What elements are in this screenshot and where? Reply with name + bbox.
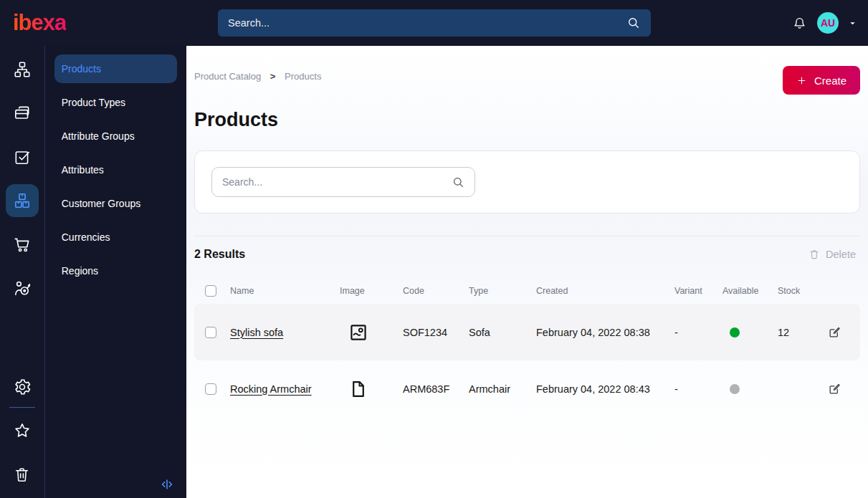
edit-icon[interactable] bbox=[828, 325, 841, 339]
column-header-variant: Variant bbox=[674, 286, 722, 296]
filter-card bbox=[194, 150, 860, 214]
tasks-icon[interactable] bbox=[6, 140, 39, 173]
table-header-row: Name Image Code Type Created Variant Ava… bbox=[194, 278, 860, 304]
sidebar-item-label: Regions bbox=[62, 265, 98, 277]
plus-icon bbox=[796, 75, 807, 86]
trash-icon[interactable] bbox=[6, 458, 39, 491]
notifications-bell-icon[interactable] bbox=[792, 16, 807, 31]
select-row-checkbox[interactable] bbox=[205, 383, 216, 395]
product-type: Armchair bbox=[469, 383, 536, 395]
column-header-stock: Stock bbox=[778, 286, 828, 296]
product-created: February 04, 2022 08:43 bbox=[536, 383, 674, 395]
product-catalog-icon[interactable] bbox=[6, 184, 39, 217]
file-icon bbox=[340, 379, 403, 399]
edit-icon[interactable] bbox=[828, 382, 841, 396]
sidebar-item-product-types[interactable]: Product Types bbox=[54, 88, 177, 117]
global-search[interactable] bbox=[218, 9, 651, 37]
image-icon bbox=[340, 322, 403, 343]
sidebar-item-label: Products bbox=[62, 63, 101, 75]
avatar[interactable]: AU bbox=[817, 12, 839, 34]
column-header-code: Code bbox=[403, 286, 469, 296]
available-status-dot bbox=[730, 327, 740, 337]
trash-icon bbox=[809, 249, 820, 260]
column-header-available: Available bbox=[722, 286, 778, 296]
global-search-input[interactable] bbox=[218, 17, 626, 29]
divider bbox=[9, 407, 35, 408]
sidebar-item-label: Attribute Groups bbox=[62, 130, 135, 142]
select-row-checkbox[interactable] bbox=[205, 327, 216, 338]
column-header-name: Name bbox=[230, 286, 340, 296]
sidebar-item-currencies[interactable]: Currencies bbox=[54, 223, 177, 252]
content-tree-icon[interactable] bbox=[6, 53, 39, 86]
product-code: ARM683F bbox=[403, 383, 469, 395]
product-name-link[interactable]: Stylish sofa bbox=[230, 327, 340, 338]
delete-button-label: Delete bbox=[826, 249, 856, 260]
sidebar-item-products[interactable]: Products bbox=[54, 54, 177, 83]
product-stock: 12 bbox=[778, 327, 828, 338]
breadcrumb: Product Catalog > Products bbox=[194, 71, 321, 82]
sidebar-item-attributes[interactable]: Attributes bbox=[54, 155, 177, 184]
settings-gear-icon[interactable] bbox=[6, 370, 39, 403]
table-row: Rocking Armchair ARM683F Armchair Februa… bbox=[194, 360, 860, 417]
delete-button[interactable]: Delete bbox=[804, 248, 860, 261]
topbar-right: AU bbox=[792, 0, 857, 46]
select-all-checkbox[interactable] bbox=[205, 285, 216, 297]
chevron-down-icon[interactable] bbox=[849, 19, 857, 27]
breadcrumb-item-products[interactable]: Products bbox=[285, 71, 321, 82]
column-header-image: Image bbox=[340, 286, 403, 296]
column-header-type: Type bbox=[469, 286, 536, 296]
sidebar-item-attribute-groups[interactable]: Attribute Groups bbox=[54, 122, 177, 150]
main-content: Product Catalog > Products Create Produc… bbox=[186, 46, 868, 498]
filter-search-input[interactable] bbox=[212, 176, 452, 188]
product-code: SOF1234 bbox=[403, 327, 469, 338]
page-title: Products bbox=[194, 109, 860, 131]
sidebar-item-label: Customer Groups bbox=[62, 198, 140, 209]
search-icon[interactable] bbox=[452, 176, 465, 189]
icon-rail bbox=[0, 46, 44, 498]
search-icon[interactable] bbox=[626, 16, 641, 30]
column-header-created: Created bbox=[536, 286, 674, 296]
products-table: Name Image Code Type Created Variant Ava… bbox=[194, 278, 860, 417]
sidebar-item-label: Currencies bbox=[62, 231, 110, 243]
sidebar-item-customer-groups[interactable]: Customer Groups bbox=[54, 189, 177, 218]
bookmarks-star-icon[interactable] bbox=[6, 414, 39, 447]
icon-rail-footer bbox=[6, 370, 39, 494]
product-created: February 04, 2022 08:38 bbox=[536, 327, 674, 338]
collapse-sidebar-icon[interactable] bbox=[159, 477, 175, 492]
breadcrumb-separator: > bbox=[270, 71, 276, 82]
sidebar-item-regions[interactable]: Regions bbox=[54, 257, 177, 285]
product-name-link[interactable]: Rocking Armchair bbox=[230, 383, 340, 395]
sidebar-item-label: Attributes bbox=[62, 164, 104, 176]
table-row: Stylish sofa SOF1234 Sofa February 04, 2… bbox=[194, 304, 860, 360]
sidebar-item-label: Product Types bbox=[62, 97, 125, 108]
product-type: Sofa bbox=[469, 327, 536, 338]
topbar: ibexa AU bbox=[0, 0, 868, 46]
segmentation-icon[interactable] bbox=[6, 272, 39, 305]
results-count: 2 Results bbox=[194, 248, 245, 261]
create-button-label: Create bbox=[814, 75, 846, 87]
filter-search[interactable] bbox=[211, 167, 475, 197]
ibexa-logo[interactable]: ibexa bbox=[13, 10, 66, 36]
product-variant: - bbox=[674, 383, 722, 395]
pages-icon[interactable] bbox=[6, 97, 39, 130]
commerce-cart-icon[interactable] bbox=[6, 228, 39, 261]
side-menu: Products Product Types Attribute Groups … bbox=[44, 46, 186, 498]
product-variant: - bbox=[674, 327, 722, 338]
breadcrumb-item-product-catalog[interactable]: Product Catalog bbox=[194, 71, 261, 82]
create-button[interactable]: Create bbox=[783, 66, 860, 95]
available-status-dot bbox=[730, 384, 740, 394]
